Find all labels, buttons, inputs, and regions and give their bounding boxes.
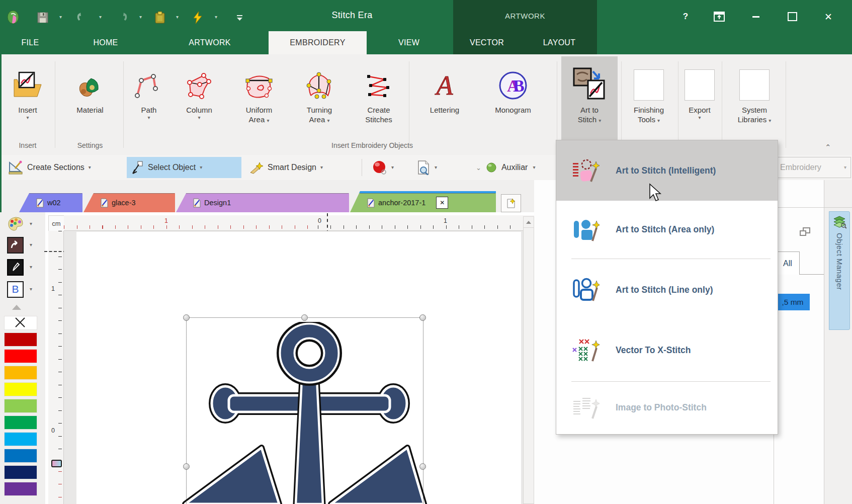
tab-vector[interactable]: VECTOR: [462, 31, 512, 54]
close-tab-button[interactable]: ✕: [436, 197, 448, 209]
select-object-button[interactable]: Select Object ▾: [127, 157, 241, 178]
scroll-up-button[interactable]: [524, 217, 534, 228]
ribbon-button-export[interactable]: Export ▾: [682, 56, 717, 151]
ribbon-button-insert[interactable]: Insert ▾: [6, 56, 49, 151]
document-icon: [36, 198, 44, 208]
new-document-tab-button[interactable]: [501, 194, 521, 212]
tab-all[interactable]: All: [776, 251, 800, 275]
auxiliar-toggle[interactable]: ⌄ Auxiliar ▾: [472, 157, 539, 178]
maximize-icon: [788, 12, 797, 21]
quick-run-icon[interactable]: [190, 11, 205, 24]
ribbon-button-material[interactable]: Material: [67, 56, 113, 151]
palette-scroll-up-icon[interactable]: [12, 305, 21, 310]
paste-icon[interactable]: [152, 11, 167, 24]
chevron-down-icon: ▾: [599, 118, 601, 123]
pen-tool[interactable]: ▾: [7, 259, 42, 276]
save-icon[interactable]: [35, 11, 50, 24]
smart-design-button[interactable]: Smart Design ▾: [244, 157, 327, 178]
chevron-down-icon: ▾: [26, 115, 29, 121]
ribbon-button-create-stitches[interactable]: Create Stitches: [355, 56, 402, 151]
object-manager-label: Object Manager: [835, 233, 844, 290]
selection-handle-mid-left[interactable]: [183, 463, 190, 470]
selection-handle-top-mid[interactable]: [301, 314, 308, 321]
color-swatch-dark-red[interactable]: [4, 332, 37, 347]
maximize-button[interactable]: [782, 9, 802, 24]
chevron-down-icon[interactable]: ▾: [391, 164, 394, 171]
art-to-stitch-icon: [573, 61, 606, 101]
color-swatch-blue[interactable]: [4, 449, 37, 463]
ribbon-button-turning-area[interactable]: Turning Area ▾: [296, 56, 343, 151]
tab-artwork[interactable]: ARTWORK: [177, 31, 242, 54]
document-icon: [101, 198, 108, 208]
fill-tool[interactable]: ▾: [7, 236, 42, 254]
tab-layout[interactable]: LAYOUT: [534, 31, 584, 54]
color-swatch-purple[interactable]: [4, 482, 37, 496]
bold-tool[interactable]: B ▾: [7, 281, 42, 298]
color-swatch-light-green[interactable]: [4, 399, 37, 413]
ribbon-button-path[interactable]: Path ▾: [128, 56, 170, 151]
doc-tab-design1[interactable]: Design1: [176, 193, 349, 212]
group-label-insert: Insert: [6, 141, 49, 152]
ribbon-button-monogram[interactable]: AB Monogram: [489, 56, 537, 151]
color-swatch-green[interactable]: [4, 415, 37, 430]
create-stitches-icon: [365, 61, 393, 101]
selection-handle-top-left[interactable]: [183, 314, 190, 321]
app-logo-icon[interactable]: [6, 11, 21, 24]
selected-stitch-value[interactable]: ,5 mm: [776, 294, 810, 310]
collapse-ribbon-icon[interactable]: ⌃: [825, 143, 831, 152]
ribbon-button-system-libraries[interactable]: System Libraries ▾: [729, 56, 780, 151]
preview-zoom-button[interactable]: ▾: [412, 157, 441, 178]
paste-dropdown-icon[interactable]: ▾: [176, 14, 179, 20]
ribbon-button-finishing-tools[interactable]: Finishing Tools ▾: [626, 56, 672, 151]
tab-file[interactable]: FILE: [9, 31, 51, 54]
redo-icon[interactable]: [115, 11, 130, 24]
ribbon-button-art-to-stitch[interactable]: Art to Stitch ▾: [561, 56, 618, 151]
ruler-origin-marker[interactable]: [51, 460, 62, 467]
run-dropdown-icon[interactable]: ▾: [215, 14, 217, 20]
ruler-origin-line: [327, 213, 328, 233]
minimize-button[interactable]: [746, 9, 766, 24]
doc-tab-glace-3[interactable]: glace-3: [83, 193, 175, 212]
selection-handle-top-right[interactable]: [419, 314, 426, 321]
ribbon-button-uniform-area[interactable]: Uniform Area ▾: [235, 56, 283, 151]
customize-quick-access-icon[interactable]: [232, 11, 247, 24]
object-manager-tab[interactable]: Object Manager: [829, 211, 850, 330]
tab-home[interactable]: HOME: [78, 31, 133, 54]
menu-item-vector-to-x-stitch[interactable]: Vector To X-Stitch: [556, 320, 778, 380]
chevron-down-icon: ▾: [198, 115, 200, 121]
color-swatch-yellow[interactable]: [4, 382, 37, 396]
doc-tab-anchor-2017-1-active[interactable]: anchor-2017-1 ✕: [350, 191, 496, 212]
palette-tool[interactable]: ▾: [7, 215, 42, 232]
ribbon-display-options-button[interactable]: [709, 9, 729, 24]
save-dropdown-icon[interactable]: ▾: [59, 14, 62, 20]
vertical-scrollbar[interactable]: [523, 216, 534, 504]
tab-embroidery[interactable]: EMBROIDERY: [269, 31, 367, 54]
minimize-icon: [752, 16, 759, 18]
ribbon-button-column[interactable]: Column ▾: [176, 56, 222, 151]
redo-dropdown-icon[interactable]: ▾: [139, 14, 142, 20]
ruler-unit-box[interactable]: cm: [48, 215, 64, 231]
undo-dropdown-icon[interactable]: ▾: [99, 14, 102, 20]
color-swatch-light-blue[interactable]: [4, 432, 37, 446]
simulation-button[interactable]: ▾: [368, 157, 398, 178]
menu-item-art-to-stitch-intelligent[interactable]: Art to Stitch (Intelligent): [556, 140, 778, 201]
color-swatch-navy[interactable]: [4, 465, 37, 479]
help-button[interactable]: ?: [675, 9, 696, 24]
color-swatch-orange[interactable]: [4, 366, 37, 380]
doc-tab-w02[interactable]: w02: [19, 193, 82, 212]
toolbar-separator: [362, 159, 362, 176]
chevron-down-icon[interactable]: ▾: [435, 164, 437, 171]
tab-view[interactable]: VIEW: [386, 31, 432, 54]
embroidery-mode-select[interactable]: Embroidery ▾: [776, 157, 851, 178]
color-swatch-no-color[interactable]: [4, 316, 37, 330]
material-icon: [74, 61, 106, 101]
selection-handle-mid-right[interactable]: [419, 463, 426, 470]
color-swatch-red[interactable]: [4, 349, 37, 363]
menu-item-art-to-stitch-area-only[interactable]: Art to Stitch (Area only): [556, 201, 778, 259]
close-button[interactable]: ✕: [818, 9, 838, 24]
undo-icon[interactable]: [74, 11, 90, 24]
ribbon-button-lettering[interactable]: A Lettering: [421, 56, 468, 151]
create-sections-button[interactable]: Create Sections ▾: [4, 157, 95, 178]
float-panel-button[interactable]: [800, 227, 811, 238]
menu-item-art-to-stitch-line-only[interactable]: Art to Stitch (Line only): [556, 260, 778, 320]
